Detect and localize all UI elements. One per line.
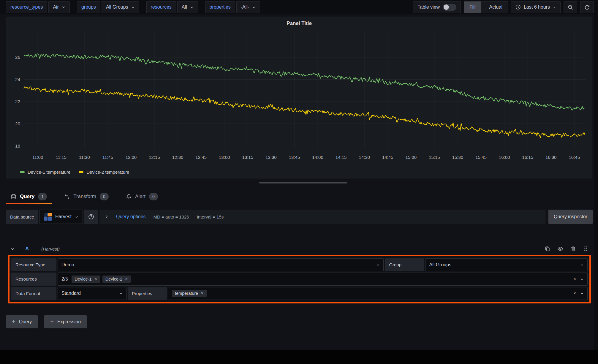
panel-scrollbar[interactable] — [259, 182, 347, 183]
hide-query-button[interactable] — [557, 246, 563, 252]
refresh-button[interactable] — [580, 1, 594, 13]
tab-alert[interactable]: Alert 0 — [121, 189, 163, 204]
svg-text:16:30: 16:30 — [545, 155, 557, 160]
query-collapse-chevron-icon[interactable] — [11, 247, 15, 251]
group-label: Group — [385, 258, 424, 271]
table-view-label: Table view — [417, 4, 440, 10]
variable-groups: groups All Groups — [77, 1, 139, 13]
chevron-down-icon — [75, 215, 78, 219]
chevron-right-icon[interactable] — [105, 215, 108, 219]
svg-text:11:00: 11:00 — [32, 155, 43, 160]
add-query-button[interactable]: + Query — [6, 315, 38, 328]
svg-text:18: 18 — [15, 143, 20, 148]
legend-label: Device-2 temperature — [86, 170, 129, 175]
query-options-toggle[interactable]: Query options — [116, 214, 146, 219]
chevron-down-icon — [376, 263, 380, 267]
legend-swatch-icon — [20, 171, 25, 173]
add-expression-button[interactable]: + Expression — [44, 315, 87, 328]
svg-text:15:15: 15:15 — [429, 155, 440, 160]
svg-text:12:15: 12:15 — [149, 155, 160, 160]
resource-type-select[interactable]: Demo — [58, 258, 384, 271]
datasource-label: Data source — [6, 210, 38, 224]
resources-count: 2/5 — [61, 276, 68, 282]
data-format-label: Data Format — [11, 287, 56, 300]
scrollbar-gutter[interactable] — [594, 14, 598, 350]
legend-item[interactable]: Device-1 temperature — [20, 170, 70, 175]
svg-text:16:15: 16:15 — [522, 155, 533, 160]
bottom-band — [0, 350, 598, 364]
resources-row: Resources 2/5 Device-1×Device-2× × — [11, 273, 588, 285]
chip[interactable]: temperature× — [172, 290, 207, 297]
grafana-dashboard: resource_types Air groups All Groups res… — [0, 0, 598, 364]
chip-remove-icon[interactable]: × — [94, 277, 97, 281]
tab-transform[interactable]: Transform 0 — [59, 189, 113, 204]
svg-text:16:45: 16:45 — [569, 155, 580, 160]
chip-remove-icon[interactable]: × — [201, 291, 203, 296]
var-select-properties[interactable]: -All- — [236, 1, 260, 13]
table-view-toggle[interactable] — [443, 4, 456, 11]
panel-title[interactable]: Panel Title — [6, 20, 592, 26]
group-select[interactable]: All Groups — [425, 258, 588, 271]
var-label-properties: properties — [205, 1, 235, 13]
svg-text:14:15: 14:15 — [336, 155, 347, 160]
var-select-resources[interactable]: All — [177, 1, 198, 13]
query-inspector-button[interactable]: Query inspector — [548, 210, 593, 224]
chevron-down-icon — [580, 263, 584, 267]
time-range-picker[interactable]: Last 6 hours — [511, 1, 561, 13]
table-view-control: Table view — [413, 1, 461, 13]
var-label-resources: resources — [146, 1, 176, 13]
clear-selection-icon[interactable]: × — [573, 277, 576, 281]
chip[interactable]: Device-2× — [102, 276, 131, 283]
svg-text:11:45: 11:45 — [102, 155, 113, 160]
tab-transform-label: Transform — [73, 194, 96, 200]
chip-label: temperature — [175, 291, 198, 296]
svg-text:13:15: 13:15 — [242, 155, 254, 160]
resource-type-label: Resource Type — [11, 258, 56, 271]
data-format-select[interactable]: Standard — [58, 287, 126, 300]
resources-chip-list: Device-1×Device-2× — [72, 276, 131, 283]
timeseries-chart[interactable]: 11:0011:1511:3011:4512:0012:1512:3012:45… — [10, 31, 588, 171]
chevron-down-icon — [131, 5, 135, 9]
query-toolbar: Data source Harvest Query options MD = a… — [6, 210, 593, 224]
topbar-right-controls: Table view Fill Actual Last 6 hours — [413, 1, 594, 13]
chip-label: Device-1 — [75, 277, 91, 281]
tab-transform-count-badge: 0 — [100, 193, 109, 200]
svg-text:20: 20 — [15, 121, 20, 126]
chart-legend: Device-1 temperatureDevice-2 temperature — [20, 170, 129, 175]
chevron-down-icon — [252, 5, 256, 9]
actual-button[interactable]: Actual — [484, 1, 507, 13]
datasource-picker[interactable]: Harvest — [39, 210, 83, 224]
var-select-resource-types[interactable]: Air — [48, 1, 70, 13]
drag-handle-icon[interactable] — [583, 246, 588, 252]
clear-selection-icon[interactable]: × — [573, 291, 576, 296]
tab-query-count-badge: 1 — [38, 193, 47, 200]
harvest-datasource-icon — [44, 213, 52, 221]
resources-multiselect[interactable]: 2/5 Device-1×Device-2× × — [58, 273, 588, 285]
chip-remove-icon[interactable]: × — [125, 277, 128, 281]
question-circle-icon — [88, 214, 94, 220]
datasource-help-button[interactable] — [84, 210, 98, 224]
panel-editor-tabs: Query 1 Transform 0 Alert 0 — [6, 189, 163, 204]
fill-button[interactable]: Fill — [464, 1, 481, 13]
chip[interactable]: Device-1× — [72, 276, 100, 283]
interval-value: Interval = 15s — [197, 214, 224, 219]
properties-multiselect[interactable]: temperature× × — [168, 287, 588, 300]
duplicate-query-button[interactable] — [545, 246, 550, 252]
bell-icon — [126, 194, 132, 200]
zoom-out-button[interactable] — [564, 1, 577, 13]
dashboard-submenu-bar: resource_types Air groups All Groups res… — [0, 0, 598, 14]
delete-query-button[interactable] — [570, 246, 576, 252]
svg-text:12:00: 12:00 — [126, 155, 137, 160]
tab-alert-label: Alert — [135, 194, 145, 200]
query-ref-id[interactable]: A — [25, 246, 29, 252]
variable-resources: resources All — [146, 1, 198, 13]
chevron-down-icon — [119, 292, 123, 295]
resource-type-row: Resource Type Demo Group All Groups — [11, 258, 588, 271]
svg-text:13:45: 13:45 — [289, 155, 300, 160]
tab-query[interactable]: Query 1 — [6, 189, 52, 204]
variable-properties: properties -All- — [205, 1, 260, 13]
var-select-groups[interactable]: All Groups — [102, 1, 139, 13]
query-editor-highlight-box: Resource Type Demo Group All Groups Reso… — [8, 255, 591, 303]
tab-query-label: Query — [20, 194, 34, 200]
legend-item[interactable]: Device-2 temperature — [79, 170, 129, 175]
